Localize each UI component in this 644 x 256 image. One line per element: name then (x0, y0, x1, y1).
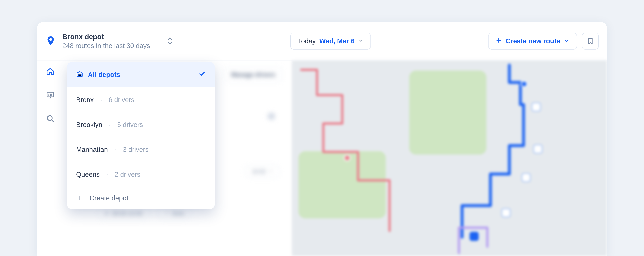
date-picker-today-label: Today (298, 37, 316, 45)
date-picker[interactable]: Today Wed, Mar 6 (290, 33, 371, 50)
bookmark-button[interactable] (582, 33, 599, 50)
create-depot-button[interactable]: Create depot (67, 187, 215, 209)
dropdown-item-brooklyn[interactable]: Brooklyn · 5 drivers (67, 112, 215, 137)
dropdown-item-label: Manhattan (76, 146, 108, 153)
dropdown-item-meta: 3 drivers (123, 146, 148, 153)
dropdown-item-meta: 6 drivers (109, 96, 134, 104)
dropdown-item-label: Bronx (76, 96, 94, 104)
location-pin-icon (45, 35, 56, 47)
search-icon[interactable] (45, 113, 55, 124)
chevron-down-icon (358, 37, 364, 45)
depot-subtitle: 248 routes in the last 30 days (62, 42, 150, 50)
create-depot-label: Create depot (90, 194, 128, 202)
date-picker-date: Wed, Mar 6 (319, 37, 354, 45)
dropdown-item-queens[interactable]: Queens · 2 drivers (67, 162, 215, 187)
depot-title: Bronx depot 248 routes in the last 30 da… (62, 33, 150, 50)
dropdown-item-label: Brooklyn (76, 121, 102, 129)
depot-switcher-toggle[interactable] (167, 36, 173, 47)
dropdown-item-meta: 5 drivers (117, 121, 143, 129)
manage-drivers-button[interactable]: Manage drivers (225, 67, 282, 82)
status-dot (268, 112, 275, 120)
dropdown-item-label: Queens (76, 171, 100, 178)
create-route-button[interactable]: Create new route (488, 33, 577, 50)
dropdown-item-label: All depots (88, 71, 120, 78)
dropdown-item-meta: 2 drivers (114, 171, 140, 178)
home-icon[interactable] (45, 67, 55, 77)
plus-icon (496, 37, 502, 45)
depot-dropdown: All depots Bronx · 6 drivers Brooklyn · … (67, 62, 215, 209)
warehouse-icon (76, 70, 83, 79)
dropdown-item-all-depots[interactable]: All depots (67, 62, 215, 87)
side-rail (37, 60, 64, 256)
dashboard-icon[interactable] (45, 90, 55, 100)
check-icon (198, 70, 206, 79)
time-pill[interactable]: 10:02 (245, 165, 280, 178)
dropdown-item-bronx[interactable]: Bronx · 6 drivers (67, 87, 215, 112)
app-window: Bronx depot 248 routes in the last 30 da… (37, 22, 607, 256)
map-canvas[interactable] (292, 60, 607, 256)
depot-name: Bronx depot (62, 33, 150, 41)
top-bar: Bronx depot 248 routes in the last 30 da… (37, 22, 607, 60)
dropdown-item-manhattan[interactable]: Manhattan · 3 drivers (67, 137, 215, 162)
create-route-label: Create new route (506, 37, 560, 45)
chevron-down-icon (564, 37, 569, 45)
